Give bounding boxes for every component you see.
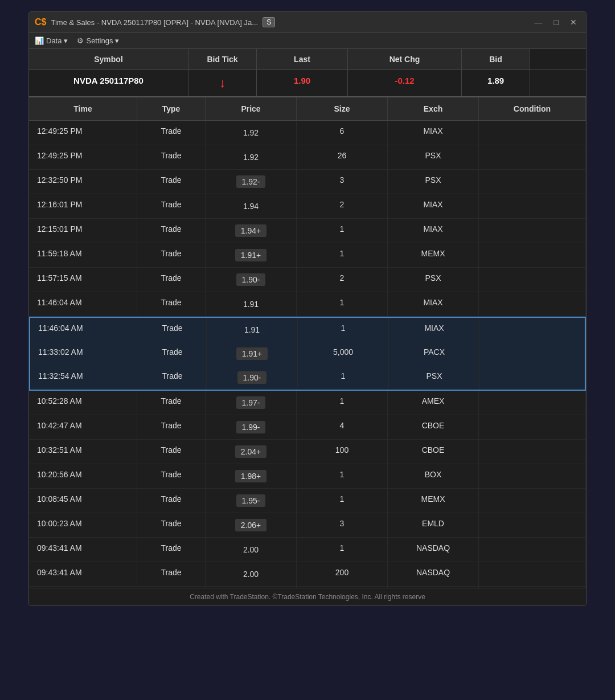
table-row[interactable]: 09:43:41 AM Trade 2.00 1 NASDAQ (29, 538, 586, 562)
exch-cell: MEMX (388, 243, 479, 267)
type-cell: Trade (137, 489, 206, 513)
table-row[interactable]: 12:15:01 PM Trade 1.94+ 1 MIAX (29, 219, 586, 243)
size-cell: 5,000 (298, 342, 389, 366)
exch-cell: MIAX (388, 292, 479, 316)
size-cell: 3 (297, 170, 388, 194)
price-cell: 1.91 (206, 292, 297, 316)
size-cell: 6 (297, 121, 388, 145)
price-cell: 1.92 (206, 145, 297, 169)
time-cell: 10:52:28 AM (29, 391, 137, 415)
table-row[interactable]: 12:16:01 PM Trade 1.94 2 MIAX (29, 194, 586, 219)
size-cell: 1 (297, 391, 388, 415)
exch-cell: MIAX (389, 318, 480, 342)
badge-button[interactable]: S (263, 17, 275, 27)
price-value: 1.91+ (235, 249, 266, 261)
price-cell: 1.91+ (206, 243, 297, 267)
settings-label: Settings (86, 36, 113, 45)
time-cell: 10:00:23 AM (29, 513, 137, 537)
table-row[interactable]: 09:43:41 AM Trade 2.00 200 NASDAQ (29, 562, 586, 587)
table-row[interactable]: 11:46:04 AM Trade 1.91 1 MIAX (29, 292, 586, 317)
type-cell: Trade (137, 391, 206, 415)
type-cell: Trade (137, 587, 206, 588)
exch-header: Exch (388, 97, 479, 120)
price-cell: 1.92- (206, 170, 297, 194)
table-row[interactable]: 12:49:25 PM Trade 1.92 26 PSX (29, 145, 586, 170)
condition-cell (479, 268, 586, 292)
time-cell: 12:49:25 PM (29, 145, 137, 169)
symbol-value: NVDA 250117P80 (29, 70, 188, 96)
exch-cell: MIAX (388, 121, 479, 145)
table-row[interactable]: 11:59:18 AM Trade 1.91+ 1 MEMX (29, 243, 586, 268)
price-value: 1.90- (236, 273, 266, 286)
type-cell: Trade (138, 342, 207, 366)
size-cell: 3 (297, 513, 388, 537)
size-cell: 200 (297, 562, 388, 586)
price-value: 2.04+ (235, 445, 266, 458)
exch-cell: AMEX (388, 391, 479, 415)
minimize-button[interactable]: — (531, 17, 546, 28)
price-cell: 1.90- (207, 366, 298, 390)
price-value: 1.97- (236, 396, 266, 409)
type-cell: Trade (138, 366, 207, 390)
title-bar-left: C$ Time & Sales - NVDA 250117P80 [OPRA] … (35, 17, 275, 27)
price-header: Price (206, 97, 297, 120)
close-button[interactable]: ✕ (567, 17, 580, 28)
exch-cell: MIAX (388, 219, 479, 243)
condition-cell (479, 219, 586, 243)
time-header: Time (29, 97, 137, 120)
app-icon: C$ (35, 17, 46, 27)
table-row[interactable]: 12:32:50 PM Trade 1.92- 3 PSX (29, 170, 586, 194)
table-row[interactable]: 09:43:41 AM Trade 2.00- 20 EDGXO (29, 587, 586, 588)
exch-cell: EMLD (388, 513, 479, 537)
table-row[interactable]: 11:57:15 AM Trade 1.90- 2 PSX (29, 268, 586, 292)
time-cell: 10:32:51 AM (29, 440, 137, 464)
price-cell: 1.92 (206, 121, 297, 145)
time-cell: 12:49:25 PM (29, 121, 137, 145)
price-cell: 1.91 (207, 318, 298, 342)
exch-cell: PSX (389, 366, 480, 390)
type-cell: Trade (137, 464, 206, 488)
type-cell: Trade (137, 415, 206, 439)
price-cell: 2.04+ (206, 440, 297, 464)
price-value: 1.92 (237, 126, 264, 139)
time-cell: 12:15:01 PM (29, 219, 137, 243)
main-window: C$ Time & Sales - NVDA 250117P80 [OPRA] … (28, 11, 587, 606)
price-value: 1.90- (237, 371, 267, 384)
window-title: Time & Sales - NVDA 250117P80 [OPRA] - N… (51, 18, 258, 27)
footer: Created with TradeStation. ©TradeStation… (29, 588, 586, 605)
table-row[interactable]: 10:52:28 AM Trade 1.97- 1 AMEX (29, 391, 586, 415)
data-label: Data (46, 36, 62, 45)
table-row[interactable]: 11:46:04 AM Trade 1.91 1 MIAX (29, 317, 586, 342)
toolbar: 📊 Data ▾ ⚙ Settings ▾ (29, 33, 586, 49)
size-cell: 1 (297, 489, 388, 513)
table-row[interactable]: 11:32:54 AM Trade 1.90- 1 PSX (29, 366, 586, 391)
bid-header: Bid (462, 49, 530, 69)
size-cell: 26 (297, 145, 388, 169)
exch-cell: NASDAQ (388, 562, 479, 586)
time-cell: 11:33:02 AM (30, 342, 138, 366)
size-cell: 1 (297, 538, 388, 562)
table-row[interactable]: 10:00:23 AM Trade 2.06+ 3 EMLD (29, 513, 586, 538)
type-cell: Trade (137, 170, 206, 194)
table-row[interactable]: 12:49:25 PM Trade 1.92 6 MIAX (29, 121, 586, 145)
time-cell: 11:32:54 AM (30, 366, 138, 390)
time-cell: 10:08:45 AM (29, 489, 137, 513)
data-table-body: 12:49:25 PM Trade 1.92 6 MIAX 12:49:25 P… (29, 121, 586, 588)
condition-cell (479, 121, 586, 145)
type-cell: Trade (137, 562, 206, 586)
data-menu[interactable]: 📊 Data ▾ (35, 36, 68, 45)
net-chg-value: -0.12 (348, 70, 462, 96)
time-cell: 09:43:41 AM (29, 587, 137, 588)
table-row[interactable]: 10:20:56 AM Trade 1.98+ 1 BOX (29, 464, 586, 489)
table-row[interactable]: 10:32:51 AM Trade 2.04+ 100 CBOE (29, 440, 586, 464)
table-row[interactable]: 10:42:47 AM Trade 1.99- 4 CBOE (29, 415, 586, 440)
table-row[interactable]: 10:08:45 AM Trade 1.95- 1 MEMX (29, 489, 586, 513)
exch-cell: CBOE (388, 440, 479, 464)
table-row[interactable]: 11:33:02 AM Trade 1.91+ 5,000 PACX (29, 342, 586, 366)
bid-tick-value: ↓ (188, 70, 257, 96)
size-cell: 1 (297, 464, 388, 488)
maximize-button[interactable]: □ (551, 17, 562, 28)
settings-menu[interactable]: ⚙ Settings ▾ (77, 36, 119, 45)
time-cell: 09:43:41 AM (29, 538, 137, 562)
price-value: 2.00 (237, 543, 264, 556)
